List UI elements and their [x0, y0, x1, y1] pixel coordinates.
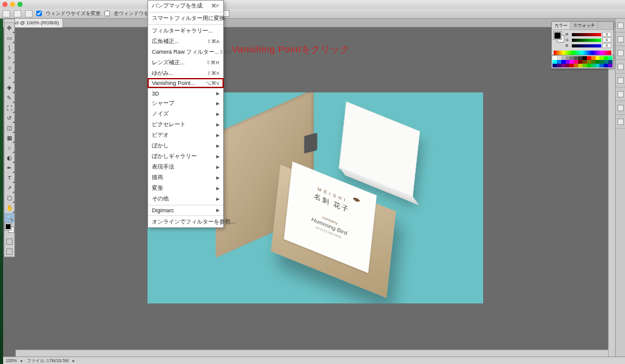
- status-info: ファイル: 17M/18.5M: [27, 358, 69, 364]
- panel-icon-3[interactable]: [616, 46, 625, 60]
- foreground-color[interactable]: [5, 224, 11, 230]
- status-arrow-icon[interactable]: ▸: [21, 358, 23, 363]
- zoom-out-icon[interactable]: [25, 10, 32, 17]
- swatch-cell[interactable]: [561, 64, 566, 67]
- menu-item[interactable]: 3D▶: [148, 89, 223, 98]
- tab-color[interactable]: カラー: [552, 22, 571, 29]
- menu-item[interactable]: ぼかしギャラリー▶: [148, 151, 223, 162]
- hand-tool[interactable]: ✋: [4, 203, 14, 213]
- zoom-window-icon[interactable]: [18, 2, 22, 7]
- menu-item[interactable]: レンズ補正...⇧⌘R: [148, 57, 223, 68]
- menu-item[interactable]: その他▶: [148, 194, 223, 204]
- g-label: G: [566, 38, 571, 42]
- quickmask-toggle[interactable]: [4, 237, 14, 247]
- history-brush-tool[interactable]: ↺: [4, 113, 14, 123]
- menu-item[interactable]: Digimarc▶: [148, 206, 223, 215]
- g-value[interactable]: 0: [602, 37, 611, 42]
- menu-item[interactable]: ビデオ▶: [148, 130, 223, 140]
- swatch-cell[interactable]: [591, 64, 596, 67]
- panel-icon-2[interactable]: [616, 32, 625, 46]
- close-window-icon[interactable]: [2, 2, 8, 7]
- menu-item[interactable]: ゆがみ...⇧⌘X: [148, 68, 223, 79]
- brush-tool[interactable]: ✎: [4, 93, 14, 103]
- r-value[interactable]: 0: [602, 32, 611, 37]
- b-slider[interactable]: [572, 44, 601, 47]
- card-stack-graphic: [339, 102, 420, 199]
- menu-item[interactable]: ノイズ▶: [148, 109, 223, 119]
- swatch-cell[interactable]: [566, 64, 570, 67]
- menu-item[interactable]: 広角補正...⇧⌘A: [148, 36, 223, 47]
- panel-icon-6[interactable]: [616, 87, 625, 101]
- r-label: R: [566, 32, 571, 36]
- marquee-tool[interactable]: ▭: [4, 33, 14, 43]
- menu-item[interactable]: オンラインでフィルターを参照...: [148, 217, 223, 227]
- type-tool[interactable]: T: [4, 173, 14, 183]
- zoom-in-icon[interactable]: [14, 10, 21, 17]
- document-tab-bar: × .psd @ 100% (RGB/8): [0, 19, 625, 27]
- r-slider[interactable]: [572, 33, 601, 36]
- swatch-cell[interactable]: [552, 64, 557, 67]
- menu-item[interactable]: スマートフィルター用に変換: [148, 13, 223, 24]
- zoom-tool[interactable]: 🔍: [4, 213, 14, 223]
- menu-item[interactable]: フィルターギャラリー...: [148, 26, 223, 36]
- menu-item[interactable]: ピクセレート▶: [148, 119, 223, 130]
- resize-window-checkbox[interactable]: [36, 11, 42, 16]
- eraser-tool[interactable]: ◫: [4, 123, 14, 133]
- lasso-tool[interactable]: ⟆: [4, 43, 14, 53]
- swatch-cell[interactable]: [604, 64, 608, 67]
- panel-icon-8[interactable]: [616, 115, 625, 129]
- panel-icon-5[interactable]: [616, 74, 625, 87]
- vertical-scrollbar[interactable]: [608, 27, 615, 357]
- menu-item[interactable]: Vanishing Point...⌥⌘V: [148, 79, 223, 87]
- menu-item[interactable]: バンプマップを生成⌘F: [148, 1, 223, 11]
- dodge-tool[interactable]: ◐: [4, 153, 14, 163]
- swatch-cell[interactable]: [557, 64, 561, 67]
- tool-palette: ✥ ▭ ⟆ ✧ ⌗ ⁃ ✚ ✎ ⛶ ↺ ◫ ▦ ○ ◐ ✒ T ↗ ▢ ✋ 🔍: [4, 19, 15, 257]
- status-zoom[interactable]: 100%: [6, 358, 17, 363]
- panel-icon-7[interactable]: [616, 101, 625, 115]
- swatch-cell[interactable]: [599, 64, 604, 67]
- move-tool[interactable]: ✥: [4, 23, 14, 33]
- tab-swatch[interactable]: スウォッチ: [571, 22, 598, 29]
- g-slider[interactable]: [572, 39, 601, 42]
- panel-icon-1[interactable]: [616, 19, 625, 32]
- zoom-all-checkbox[interactable]: [104, 11, 110, 16]
- cp-fg-color[interactable]: [554, 32, 561, 39]
- minimize-window-icon[interactable]: [10, 2, 15, 7]
- swatch-cell[interactable]: [578, 64, 582, 67]
- menu-item[interactable]: 表現手法▶: [148, 162, 223, 172]
- status-arrow-icon-2[interactable]: ▸: [72, 358, 75, 363]
- b-value[interactable]: 0: [602, 43, 611, 48]
- menu-item[interactable]: 描画▶: [148, 172, 223, 183]
- panel-icon-4[interactable]: [616, 60, 625, 74]
- wand-tool[interactable]: ✧: [4, 53, 14, 63]
- zoom-tool-icon: [2, 10, 10, 17]
- pen-tool[interactable]: ✒: [4, 163, 14, 173]
- screenmode-toggle[interactable]: [4, 247, 14, 257]
- swatch-cell[interactable]: [587, 64, 591, 67]
- menu-item[interactable]: 変形▶: [148, 183, 223, 194]
- eyedropper-tool[interactable]: ⁃: [4, 73, 14, 83]
- cp-swatches[interactable]: [554, 32, 564, 49]
- swatch-cell[interactable]: [608, 64, 612, 67]
- status-bar: 100% ▸ ファイル: 17M/18.5M ▸: [3, 357, 625, 364]
- healing-tool[interactable]: ✚: [4, 83, 14, 93]
- window-titlebar: [0, 0, 625, 9]
- swatch-cell[interactable]: [574, 64, 578, 67]
- menu-item[interactable]: Camera Raw フィルター...⇧⌘A: [148, 47, 223, 57]
- menu-item[interactable]: ぼかし▶: [148, 140, 223, 151]
- swatch-cell[interactable]: [569, 64, 574, 67]
- menu-item[interactable]: シャープ▶: [148, 98, 223, 109]
- path-tool[interactable]: ↗: [4, 183, 14, 193]
- blur-tool[interactable]: ○: [4, 143, 14, 153]
- crop-tool[interactable]: ⌗: [4, 63, 14, 73]
- color-panel: カラー スウォッチ R0 G0 B0: [551, 21, 614, 59]
- horizontal-scrollbar[interactable]: [16, 350, 608, 357]
- resize-window-label: ウィンドウサイズを変更: [46, 10, 101, 17]
- stamp-tool[interactable]: ⛶: [4, 103, 14, 113]
- color-swatches[interactable]: [4, 223, 14, 237]
- swatch-cell[interactable]: [596, 64, 600, 67]
- swatch-cell[interactable]: [582, 64, 587, 67]
- gradient-tool[interactable]: ▦: [4, 133, 14, 143]
- shape-tool[interactable]: ▢: [4, 193, 14, 203]
